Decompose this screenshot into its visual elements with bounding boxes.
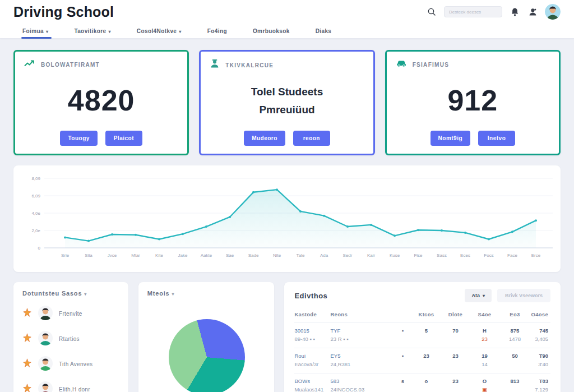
star-badge-icon — [22, 308, 32, 320]
table-cell[interactable]: BOWsMualaos141 — [294, 379, 330, 392]
stat-card-button[interactable]: reoon — [293, 131, 330, 146]
table-cell: ▪ — [393, 328, 412, 343]
star-badge-icon — [22, 384, 32, 392]
table-column-header: Reons — [330, 311, 393, 317]
nav-item-cosol4notkve[interactable]: Cosol4Notkve▾ — [137, 24, 182, 39]
stat-card-label: Fsiafimus — [413, 62, 450, 68]
svg-text:Ada: Ada — [320, 253, 328, 258]
table-column-header: Dlote — [440, 311, 470, 317]
nav-item-diaks[interactable]: Diaks — [316, 24, 332, 39]
svg-text:0: 0 — [38, 246, 41, 251]
user-settings-icon[interactable] — [527, 6, 538, 17]
table-row[interactable]: BOWsMualaos14158324INCOCS.03so23O▣813T03… — [294, 373, 550, 392]
svg-text:Fise: Fise — [414, 253, 423, 258]
notifications-bell-icon[interactable] — [509, 6, 520, 17]
enrollment-chart-card: 8,096,094,0e2,0e0SrieSiiaJvceMlarKiteJak… — [13, 165, 561, 272]
svg-text:Srie: Srie — [61, 253, 70, 258]
main-content: Bolowatfiramt 4820 Touogy Plaicot Tkivka… — [0, 39, 574, 392]
topbar-actions — [426, 4, 561, 20]
stat-card-label: Bolowatfiramt — [41, 62, 100, 68]
instructor-list-item[interactable]: Tith Avenves — [22, 352, 119, 377]
filter-dropdown-button[interactable]: Ata▾ — [465, 289, 492, 302]
nav-item-foimua[interactable]: Foimua▾ — [22, 24, 48, 39]
svg-text:Face: Face — [507, 253, 517, 258]
stat-card: Tkivkalrcue Tolel Studeets Pmreuiüud Mud… — [199, 50, 374, 155]
instructor-name: Frtenvite — [59, 311, 82, 317]
svg-text:6,09: 6,09 — [31, 193, 40, 199]
secondary-action-button[interactable]: Brivk Vseewors — [497, 289, 550, 302]
card-head: Fsiafimus — [396, 59, 550, 70]
instructor-name: Elith.H donr — [59, 386, 90, 392]
table-column-header: Eo3 — [498, 311, 531, 317]
trend-icon — [24, 59, 35, 70]
nav-item-label: Fo4ing — [207, 28, 227, 34]
pie-panel-title[interactable]: Mteois▾ — [147, 290, 266, 297]
card-head: Bolowatfiramt — [24, 59, 178, 70]
svg-text:Tate: Tate — [296, 253, 305, 258]
instructor-list-item[interactable]: Elith.H donr — [22, 377, 119, 392]
nav-item-omrbuoksok[interactable]: Omrbuoksok — [253, 24, 290, 39]
table-cell: 813 — [498, 379, 531, 392]
svg-text:Aakte: Aakte — [201, 253, 212, 258]
svg-text:Erce: Erce — [531, 253, 541, 258]
card-buttons: Mudeoro reoon — [210, 131, 364, 146]
svg-text:Sade: Sade — [248, 253, 259, 258]
table-cell[interactable]: RouiEacova/3r — [294, 353, 330, 368]
nav-item-label: Taovitikore — [74, 28, 106, 34]
svg-text:Sedr: Sedr — [343, 253, 353, 258]
table-column-header: S4oe — [470, 311, 498, 317]
svg-text:Kair: Kair — [367, 253, 376, 258]
nav-item-fo4ing[interactable]: Fo4ing — [207, 24, 227, 39]
svg-text:8,09: 8,09 — [31, 176, 40, 181]
card-buttons: Nomt9ig Inetvo — [396, 131, 550, 146]
stat-card-text: Tolel Studeets Pmreuiüud — [210, 71, 364, 131]
nav-item-label: Diaks — [316, 28, 332, 34]
search-icon[interactable] — [426, 6, 437, 17]
table-header-row: KastodeReonsKtcosDloteS4oeEo3O4ose — [294, 305, 550, 323]
stat-card-value: 912 — [396, 70, 550, 131]
table-cell[interactable]: EY524,R381 — [330, 353, 393, 368]
table-row[interactable]: RouiEacova/3rEY524,R381▪2323191450T903'4… — [294, 348, 550, 373]
table-cell[interactable]: 58324INCOCS.03 — [330, 379, 393, 392]
table-cell: ▪ — [393, 353, 412, 368]
table-row[interactable]: 3001589-40 ▪ ▪TYF23 R ▪ ▪▪570H2387514787… — [294, 323, 550, 348]
table-cell: s — [393, 379, 412, 392]
bottom-row: Dotuntsteu Sasos▾ FrtenviteRtartiosTith … — [13, 282, 561, 392]
stat-card-button[interactable]: Inetvo — [478, 131, 515, 146]
instructor-list-item[interactable]: Frtenvite — [22, 301, 119, 326]
svg-text:Focs: Focs — [484, 253, 493, 258]
table-cell[interactable]: TYF23 R ▪ ▪ — [330, 328, 393, 343]
search-input[interactable] — [444, 6, 502, 17]
svg-text:Jake: Jake — [178, 253, 188, 258]
stat-card-button[interactable]: Mudeoro — [244, 131, 285, 146]
table-title: Edivthos — [294, 292, 327, 300]
svg-text:Sass: Sass — [437, 253, 447, 258]
stat-card-button[interactable]: Nomt9ig — [430, 131, 471, 146]
stat-card-button[interactable]: Plaicot — [105, 131, 142, 146]
nav-item-label: Cosol4Notkve — [137, 28, 177, 34]
user-avatar[interactable] — [545, 4, 561, 20]
instructor-name: Tith Avenves — [59, 361, 92, 367]
instructor-avatar — [38, 331, 53, 348]
star-badge-icon — [22, 358, 32, 370]
table-cell: 50 — [498, 353, 531, 368]
stat-card-button[interactable]: Touogy — [60, 131, 97, 146]
stat-card: Bolowatfiramt 4820 Touogy Plaicot — [13, 50, 189, 155]
records-table-panel: Edivthos Ata▾ Brivk Vseewors KastodeReon… — [284, 282, 561, 392]
nav-item-taovitikore[interactable]: Taovitikore▾ — [74, 24, 110, 39]
svg-text:Kite: Kite — [155, 253, 163, 258]
instructor-list-item[interactable]: Rtartios — [22, 326, 119, 352]
instructors-panel-title[interactable]: Dotuntsteu Sasos▾ — [22, 290, 119, 297]
instructors-list: FrtenviteRtartiosTith AvenvesElith.H don… — [22, 301, 119, 392]
svg-text:4,0e: 4,0e — [31, 211, 40, 216]
table-cell[interactable]: 3001589-40 ▪ ▪ — [294, 328, 330, 343]
instructor-avatar — [38, 306, 53, 322]
table-cell: O▣ — [470, 379, 498, 392]
distribution-pie-chart — [169, 319, 245, 392]
table-cell: 8751478 — [498, 328, 531, 343]
stat-card-text-line: Tolel Studeets — [251, 83, 323, 101]
table-column-header — [393, 311, 412, 317]
filter-button-label: Ata — [471, 293, 480, 298]
instructors-panel: Dotuntsteu Sasos▾ FrtenviteRtartiosTith … — [13, 282, 128, 392]
main-nav: Foimua▾Taovitikore▾Cosol4Notkve▾Fo4ingOm… — [0, 24, 574, 39]
